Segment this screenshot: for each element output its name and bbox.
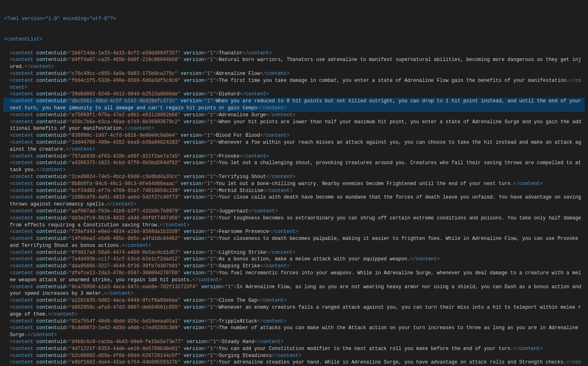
attr-contentuid: contentuid (36, 339, 66, 345)
close-element: content (266, 263, 287, 269)
close-element: content (260, 339, 281, 345)
element-name: content (13, 98, 33, 104)
element-name: content (13, 346, 33, 352)
element-name: content (13, 270, 33, 276)
content-value: Thanator (219, 50, 242, 56)
attr-contentuid: contentuid (36, 181, 66, 187)
element-name: content (13, 50, 33, 56)
attr-contentuid: contentuid (36, 270, 66, 276)
content-row-30: <content contentuid="02a7554f-40d9-4bdd-… (3, 318, 585, 325)
attr-contentuid: contentuid (36, 256, 66, 262)
content-row-20: <content contentuid="dd3e2fc9-8819-4832-… (3, 215, 585, 229)
attr-contentuid: contentuid (36, 284, 66, 290)
element-name: content (13, 284, 33, 290)
close-element: content (130, 126, 151, 131)
element-name: content (13, 57, 33, 63)
version-value: 1 (210, 305, 213, 310)
content-row-28: <content contentuid="a2281635-5d02-4aca-… (3, 297, 585, 304)
close-element: content (272, 250, 292, 255)
element-name: content (13, 339, 33, 345)
contentuid-value: 8b6b0fd-94c6-46c1-98c3-0fe64d06eaac (72, 181, 175, 187)
element-name: content (13, 133, 33, 138)
content-value: Steady Hand (222, 339, 254, 345)
content-row-14: <content contentuid="a4266375-1822-4cbd-… (3, 160, 585, 174)
content-value: Fearsome Presence (219, 229, 269, 235)
attr-contentuid: contentuid (36, 71, 66, 77)
xml-declaration: <?xml version="1.0" encoding="utf-8"?> (3, 16, 585, 23)
contentuid-value: aaf687ad-f63e-41b8-b3f7-431b0c7b9979 (72, 208, 177, 214)
content-value: The first time you take damage in combat… (219, 78, 569, 84)
content-value: Surging Steadiness (219, 353, 272, 359)
element-name: content (13, 154, 33, 159)
close-element: content (72, 147, 92, 152)
attr-version: version (186, 339, 207, 345)
version-value: 1 (210, 119, 213, 125)
content-value: Adrenaline Flow (216, 71, 260, 77)
content-row-6: <content contentuid="fb64c1f5-5336-496e-… (3, 77, 585, 91)
content-value: Provoke (219, 154, 239, 159)
attr-contentuid: contentuid (36, 119, 66, 125)
version-value: 1 (210, 298, 213, 303)
close-element: content (278, 353, 298, 359)
contentuid-value: 7e4d493b-cc17-41cf-b3cd-b2e1cf2dad12 (72, 256, 177, 262)
close-element: content (245, 154, 266, 159)
close-element: content (30, 64, 51, 70)
version-value: 1 (207, 181, 210, 187)
contentuid-value: 0ca78950-a1a3-4aca-847c-eab8e-702f132723… (72, 284, 195, 290)
attr-contentuid: contentuid (36, 353, 66, 359)
attr-contentuid: contentuid (36, 57, 66, 63)
attr-version: version (184, 160, 204, 166)
attr-contentuid: contentuid (36, 346, 66, 352)
element-name: content (13, 208, 33, 214)
close-element: content (166, 222, 186, 228)
version-value: 1 (210, 112, 213, 118)
element-name: content (13, 305, 33, 310)
element-name: content (13, 325, 33, 331)
attr-version: version (181, 181, 201, 187)
content-value: Lightning Strike (219, 250, 266, 255)
attr-version: version (184, 270, 204, 276)
version-value: 1 (210, 160, 213, 166)
attr-contentuid: contentuid (36, 319, 66, 324)
close-element: content (54, 312, 74, 317)
version-value: 1 (210, 50, 213, 56)
version-value: 1 (210, 250, 213, 255)
contentuid-value: dfefce13-2da3-470c-9587-388094270708 (72, 270, 177, 276)
close-element: content (245, 91, 266, 97)
content-value: You can add your Constitution modifier t… (219, 346, 513, 352)
attr-contentuid: contentuid (36, 305, 66, 310)
content-value: Morbid Stoicism (219, 188, 263, 194)
content-row-22: <content contentuid="14fe6ea3-e5d9-405c-… (3, 235, 585, 249)
attr-version: version (184, 208, 204, 214)
close-element: content (263, 105, 283, 111)
version-value: 1 (210, 256, 213, 262)
contentuid-value: daa9586b-3227-4649-8f38-39fb7d307b91 (72, 263, 177, 269)
attr-version: version (181, 98, 201, 104)
version-value: 1 (210, 346, 213, 352)
attr-version: version (184, 298, 204, 303)
attr-contentuid: contentuid (36, 188, 66, 194)
attr-contentuid: contentuid (36, 194, 66, 200)
content-row-23: <content contentuid="6fdd17a4-58a6-4474-… (3, 249, 585, 256)
attr-version: version (201, 284, 222, 290)
content-row-11: <content contentuid="038990c-1d07-4cfd-b… (3, 132, 585, 139)
contentuid-value: d50c7b6e-b3ca-46ae-b7d3-6b36993679c2 (72, 119, 177, 125)
element-name: content (13, 359, 33, 365)
element-name: content (13, 112, 33, 118)
content-value: TrippleAttack (219, 319, 257, 324)
version-value: 1 (210, 57, 213, 63)
attr-contentuid: contentuid (36, 208, 66, 214)
contentuid-value: f29afd43-e0ed-4834-a10d-8568da1b32d9 (72, 229, 177, 235)
close-element: content (248, 50, 269, 56)
element-name: content (13, 194, 33, 200)
version-value: 1 (210, 208, 213, 214)
attr-version: version (184, 140, 204, 145)
attr-version: version (184, 256, 204, 262)
content-row-35: <content contentuid="e8bf1662-dae4-42ad-… (3, 359, 585, 366)
attr-contentuid: contentuid (36, 160, 66, 166)
content-row-5: <content contentuid="c76c49cc-c955-4a9a-… (3, 70, 585, 77)
version-value: 1 (210, 325, 213, 331)
close-element: content (272, 174, 292, 180)
attr-contentuid: contentuid (36, 229, 66, 235)
attr-version: version (184, 263, 204, 269)
